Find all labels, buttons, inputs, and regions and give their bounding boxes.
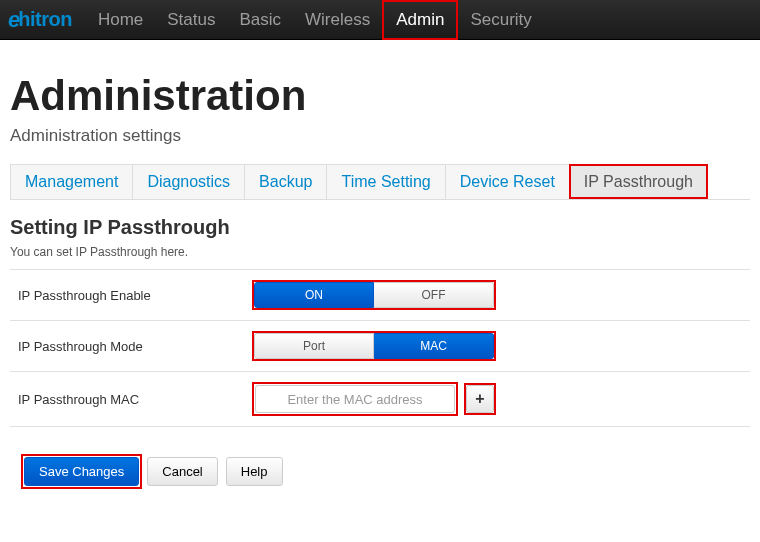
nav-wireless[interactable]: Wireless xyxy=(293,0,382,40)
enable-off-button[interactable]: OFF xyxy=(374,282,494,308)
nav-status[interactable]: Status xyxy=(155,0,227,40)
add-button-wrap: + xyxy=(466,385,494,413)
page-title: Administration xyxy=(10,72,750,120)
mac-input-wrap xyxy=(254,384,456,414)
mode-mac-button[interactable]: MAC xyxy=(374,333,494,359)
setting-label-mac: IP Passthrough MAC xyxy=(18,392,254,407)
save-button-highlight: Save Changes xyxy=(24,457,139,486)
admin-tabs: Management Diagnostics Backup Time Setti… xyxy=(10,164,750,200)
brand-logo: e hitron xyxy=(8,7,72,33)
add-mac-button[interactable]: + xyxy=(466,385,494,413)
setting-label-mode: IP Passthrough Mode xyxy=(18,339,254,354)
setting-label-enable: IP Passthrough Enable xyxy=(18,288,254,303)
top-navbar: e hitron Home Status Basic Wireless Admi… xyxy=(0,0,760,40)
footer-buttons: Save Changes Cancel Help xyxy=(10,427,750,486)
settings-table: IP Passthrough Enable ON OFF IP Passthro… xyxy=(10,269,750,427)
setting-row-mode: IP Passthrough Mode Port MAC xyxy=(10,321,750,372)
page-subtitle: Administration settings xyxy=(10,126,750,146)
main-content: Administration Administration settings M… xyxy=(0,40,760,502)
setting-row-enable: IP Passthrough Enable ON OFF xyxy=(10,270,750,321)
section-title: Setting IP Passthrough xyxy=(10,216,750,239)
enable-toggle-group: ON OFF xyxy=(254,282,494,308)
tab-backup[interactable]: Backup xyxy=(244,164,326,199)
enable-on-button[interactable]: ON xyxy=(254,282,374,308)
setting-row-mac: IP Passthrough MAC + xyxy=(10,372,750,427)
brand-text: hitron xyxy=(18,8,72,31)
cancel-button[interactable]: Cancel xyxy=(147,457,217,486)
plus-icon: + xyxy=(475,390,484,408)
save-changes-button[interactable]: Save Changes xyxy=(24,457,139,486)
mac-address-input[interactable] xyxy=(255,385,455,413)
nav-admin[interactable]: Admin xyxy=(382,0,458,40)
mode-toggle-group: Port MAC xyxy=(254,333,494,359)
nav-security[interactable]: Security xyxy=(458,0,543,40)
tab-time-setting[interactable]: Time Setting xyxy=(326,164,444,199)
mode-port-button[interactable]: Port xyxy=(254,333,374,359)
help-button[interactable]: Help xyxy=(226,457,283,486)
tab-device-reset[interactable]: Device Reset xyxy=(445,164,569,199)
section-description: You can set IP Passthrough here. xyxy=(10,245,750,259)
setting-control-mode: Port MAC xyxy=(254,333,494,359)
setting-control-enable: ON OFF xyxy=(254,282,494,308)
nav-home[interactable]: Home xyxy=(86,0,155,40)
tab-management[interactable]: Management xyxy=(10,164,132,199)
setting-control-mac: + xyxy=(254,384,494,414)
tab-diagnostics[interactable]: Diagnostics xyxy=(132,164,244,199)
nav-basic[interactable]: Basic xyxy=(227,0,293,40)
tab-ip-passthrough[interactable]: IP Passthrough xyxy=(569,164,708,199)
